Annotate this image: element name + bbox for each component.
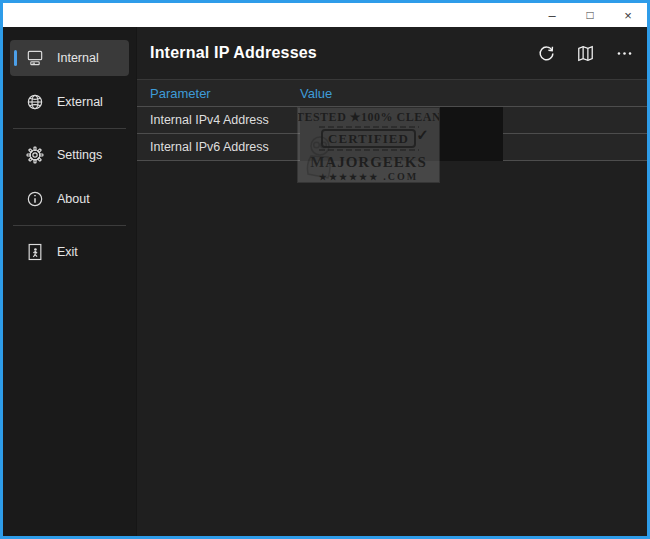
column-header-value[interactable]: Value (300, 86, 647, 101)
close-button[interactable]: × (609, 3, 647, 27)
sidebar-divider (13, 128, 126, 129)
exit-icon (25, 242, 45, 262)
titlebar: – □ × (3, 3, 647, 27)
sidebar-item-label: About (57, 192, 90, 206)
main-panel: Internal IP Addresses (137, 27, 647, 536)
watermark-tested-text: TESTED ★100% CLEAN (298, 110, 439, 125)
majorgeeks-watermark: TESTED ★100% CLEAN CERTIFIED ✓ MAJORGEEK… (298, 108, 439, 182)
minimize-button[interactable]: – (533, 3, 571, 27)
table-header-row: Parameter Value (137, 80, 647, 107)
check-icon: ✓ (416, 128, 430, 143)
app-window: – □ × Internal (0, 0, 650, 539)
globe-icon (25, 92, 45, 112)
sidebar-item-label: External (57, 95, 103, 109)
column-header-parameter[interactable]: Parameter (137, 86, 300, 101)
monitor-icon (25, 48, 45, 68)
sidebar-item-internal[interactable]: Internal (10, 40, 129, 76)
watermark-smallprint (319, 126, 419, 128)
gear-icon (25, 145, 45, 165)
refresh-button[interactable] (533, 40, 559, 66)
page-header: Internal IP Addresses (137, 27, 647, 79)
window-body: Internal External (3, 27, 647, 536)
sidebar-item-exit[interactable]: Exit (10, 234, 129, 270)
parameter-cell: Internal IPv4 Address (137, 113, 300, 127)
selected-accent-bar (14, 50, 17, 66)
map-button[interactable] (572, 40, 598, 66)
sidebar-item-label: Settings (57, 148, 102, 162)
sidebar-divider (13, 225, 126, 226)
info-icon (25, 189, 45, 209)
header-actions (533, 40, 637, 66)
sidebar-item-about[interactable]: About (10, 181, 129, 217)
sidebar-item-external[interactable]: External (10, 84, 129, 120)
majorgeeks-mascot (298, 130, 346, 182)
sidebar: Internal External (3, 27, 137, 536)
more-button[interactable] (611, 40, 637, 66)
sidebar-item-label: Internal (57, 51, 99, 65)
maximize-button[interactable]: □ (571, 3, 609, 27)
sidebar-item-label: Exit (57, 245, 78, 259)
sidebar-item-settings[interactable]: Settings (10, 137, 129, 173)
parameter-cell: Internal IPv6 Address (137, 140, 300, 154)
page-title: Internal IP Addresses (150, 44, 317, 62)
